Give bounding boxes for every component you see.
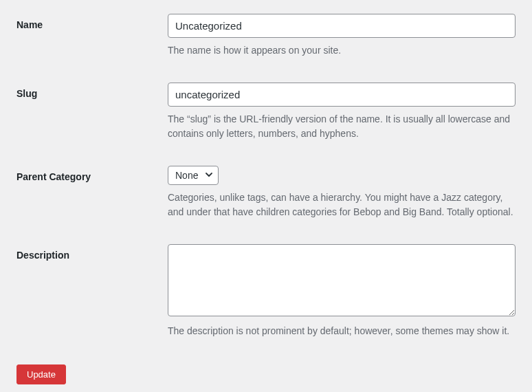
- description-textarea[interactable]: [168, 244, 516, 316]
- name-label: Name: [16, 19, 43, 30]
- update-button[interactable]: Update: [16, 364, 66, 384]
- slug-input[interactable]: [168, 83, 516, 107]
- description-help: The description is not prominent by defa…: [168, 324, 516, 338]
- description-row: Description The description is not promi…: [16, 244, 516, 338]
- name-description: The name is how it appears on your site.: [168, 43, 516, 58]
- description-label: Description: [16, 250, 69, 261]
- slug-row: Slug The “slug” is the URL-friendly vers…: [16, 83, 516, 141]
- slug-label: Slug: [16, 88, 37, 99]
- name-row: Name The name is how it appears on your …: [16, 14, 516, 58]
- parent-label: Parent Category: [16, 171, 91, 182]
- name-input[interactable]: [168, 14, 516, 38]
- parent-description: Categories, unlike tags, can have a hier…: [168, 190, 516, 219]
- edit-category-form: Name The name is how it appears on your …: [16, 14, 516, 384]
- parent-row: Parent Category None Categories, unlike …: [16, 166, 516, 219]
- parent-select[interactable]: None: [168, 166, 219, 185]
- submit-row: Update: [16, 364, 516, 384]
- slug-description: The “slug” is the URL-friendly version o…: [168, 112, 516, 141]
